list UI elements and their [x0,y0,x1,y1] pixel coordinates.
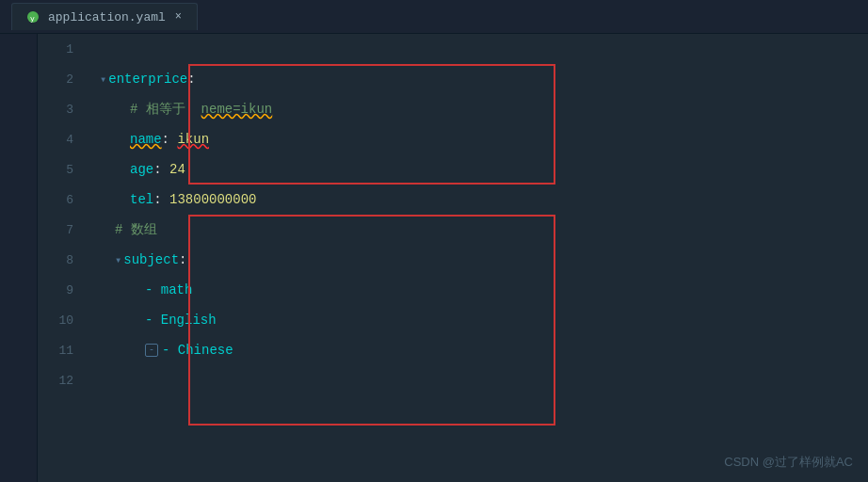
yaml-key: age [130,162,153,177]
line-number: 11 [38,335,73,365]
yaml-number: 24 [169,162,185,177]
yaml-number: 13800000000 [169,192,256,207]
fold-icon[interactable]: - [145,344,158,357]
yaml-key: subject [123,252,179,267]
fold-arrow-icon[interactable]: ▾ [115,253,121,267]
line-number: 5 [38,154,73,185]
code-area: ▾enterprice:# 相等于: neme=ikunname: ikunag… [85,34,868,482]
comment-text: neme=ikun [201,102,273,117]
yaml-key: tel [130,192,153,207]
code-line [85,365,868,395]
code-line: age: 24 [85,154,868,185]
yaml-colon: : [162,132,178,147]
code-line: tel: 13800000000 [85,185,868,215]
code-line: # 相等于: neme=ikun [85,94,868,124]
yaml-dash: - [162,343,178,358]
code-line: # 数组 [85,215,868,245]
line-number: 4 [38,124,73,154]
line-numbers: 123456789101112 [38,34,85,482]
yaml-key: enterprice [108,72,187,87]
code-line: ▾enterprice: [85,64,868,94]
code-line: name: ikun [85,124,868,154]
code-line [85,34,868,64]
code-line: - math [85,275,868,305]
line-number: 2 [38,64,73,94]
line-number: 8 [38,245,73,275]
yaml-list-item: English [161,313,217,328]
line-number: 10 [38,305,73,335]
line-number: 6 [38,185,73,215]
file-tab[interactable]: y application.yaml × [11,3,198,30]
yaml-colon: : [187,72,195,87]
yaml-dash: - [145,313,161,328]
title-bar: y application.yaml × [0,0,868,34]
yaml-value: ikun [177,132,209,147]
yaml-dash: - [145,282,161,297]
code-line: - English [85,305,868,335]
line-number: 9 [38,275,73,305]
line-number: 3 [38,94,73,124]
yaml-key: name [130,132,162,147]
comment-text: # 相等于: [130,101,201,118]
yaml-colon: : [153,162,169,177]
line-number: 7 [38,215,73,245]
code-line: -- Chinese [85,335,868,365]
tab-filename: application.yaml [48,10,166,24]
svg-text:y: y [30,14,35,23]
code-line: ▾subject: [85,245,868,275]
watermark: CSDN @过了样例就AC [724,454,853,471]
line-number: 12 [38,365,73,395]
sidebar [0,34,38,482]
fold-arrow-icon[interactable]: ▾ [100,72,106,87]
yaml-colon: : [179,252,186,267]
yaml-list-item: Chinese [178,343,233,358]
tab-close-button[interactable]: × [173,10,184,24]
yaml-list-item: math [161,282,193,297]
yaml-colon: : [153,192,169,207]
comment-text: # 数组 [115,221,157,238]
file-icon: y [25,9,40,24]
line-number: 1 [38,34,73,64]
